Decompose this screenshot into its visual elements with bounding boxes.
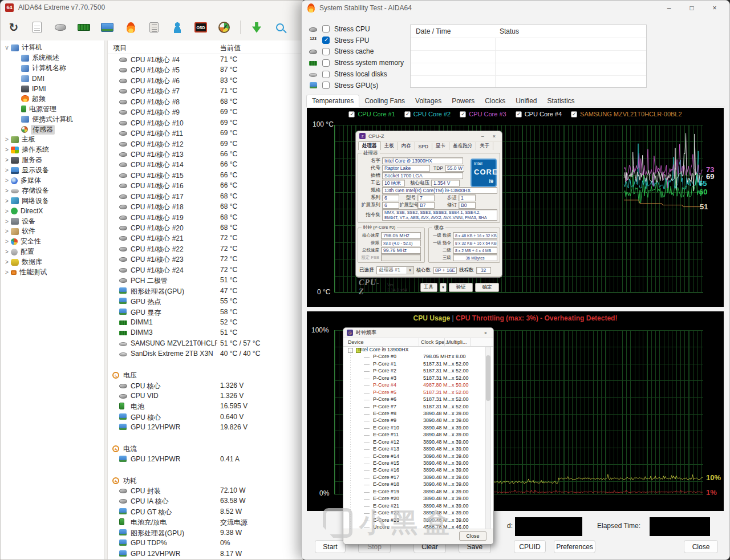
- clock-row[interactable]: E-Core #163890.48 M...x 39.00: [343, 467, 485, 474]
- checkbox-cache[interactable]: [322, 48, 330, 55]
- scrollbar-thumb[interactable]: [486, 355, 490, 401]
- table-row[interactable]: CPU #1/核心 #1666 °C: [108, 180, 304, 190]
- clock-row[interactable]: E-Core #143890.48 M...x 39.00: [343, 453, 485, 460]
- tools-button[interactable]: 工具: [420, 283, 437, 292]
- processor-select[interactable]: 处理器 #1▼: [376, 266, 414, 274]
- clock-row[interactable]: E-Core #223890.48 M...x 39.00: [343, 510, 485, 517]
- table-row[interactable]: CPU #1/核心 #1069 °C: [108, 117, 304, 128]
- legend-item[interactable]: SAMSUNG MZVL21T0HCLR-00BL2: [571, 111, 682, 117]
- cpuz-tab-2[interactable]: 内存: [398, 142, 415, 150]
- tree-item-multimedia[interactable]: >多媒体: [1, 176, 104, 186]
- table-row[interactable]: CPU IA 核心63.58 W: [108, 496, 304, 506]
- cpuid-button[interactable]: CPUID: [514, 540, 546, 553]
- chevron-icon[interactable]: >: [3, 188, 11, 194]
- clock-close-button[interactable]: Close: [459, 531, 486, 541]
- tools-dropdown-button[interactable]: ▼: [440, 283, 447, 292]
- table-row[interactable]: CPU #1/核心 #2472 °C: [108, 265, 304, 275]
- preferences-button[interactable]: Preferences: [554, 540, 595, 553]
- chevron-icon[interactable]: >: [3, 228, 11, 234]
- tree-item-computer-name[interactable]: 计算机名称: [1, 63, 104, 74]
- tree-item-power-management[interactable]: 电源管理: [1, 104, 104, 114]
- sensor-group-header[interactable]: ϟ电流: [108, 443, 304, 453]
- checkbox-fpu[interactable]: [322, 36, 330, 44]
- report-icon[interactable]: [30, 20, 44, 35]
- cpuz-tab-4[interactable]: 显卡: [432, 142, 449, 150]
- table-row[interactable]: GPU 显存58 °C: [108, 307, 304, 317]
- table-row[interactable]: CPU #1/核心 #1566 °C: [108, 170, 304, 180]
- osd-icon[interactable]: OSD: [193, 20, 208, 35]
- chevron-icon[interactable]: >: [3, 269, 11, 275]
- tab-temperatures[interactable]: Temperatures: [306, 95, 359, 107]
- tab-statistics[interactable]: Statistics: [542, 95, 580, 107]
- stress-option-cpu[interactable]: Stress CPU: [309, 23, 408, 35]
- table-row[interactable]: CPU #1/核心 #1366 °C: [108, 149, 304, 159]
- sensor-group-header[interactable]: ϟ功耗: [108, 475, 304, 485]
- legend-item[interactable]: CPU Core #1: [348, 111, 395, 117]
- tree-item-security[interactable]: >安全性: [1, 237, 104, 247]
- chevron-icon[interactable]: >: [3, 238, 11, 245]
- table-row[interactable]: CPU #1/核心 #1269 °C: [108, 139, 304, 149]
- clock-row[interactable]: E-Core #213890.48 M...x 39.00: [343, 503, 485, 510]
- table-row[interactable]: CPU #1/核心 #683 °C: [108, 75, 304, 86]
- chevron-icon[interactable]: >: [3, 208, 11, 214]
- table-row[interactable]: CPU #1/核心 #1466 °C: [108, 159, 304, 169]
- clock-row[interactable]: E-Core #233890.48 M...x 39.00: [343, 517, 485, 524]
- table-row[interactable]: CPU #1/核心 #2172 °C: [108, 233, 304, 243]
- stress-option-fpu[interactable]: 123Stress FPU: [309, 35, 408, 46]
- table-row[interactable]: CPU 核心1.326 V: [108, 380, 304, 391]
- checkbox-disks[interactable]: [322, 71, 330, 78]
- chevron-icon[interactable]: >: [3, 259, 11, 265]
- table-row[interactable]: DIMM152 °C: [108, 317, 304, 327]
- close-button[interactable]: ×: [481, 330, 490, 336]
- close-button[interactable]: ×: [490, 133, 498, 139]
- column-multiplier[interactable]: Multipli...: [447, 339, 467, 345]
- tree-item-directx[interactable]: >DirectX: [1, 206, 104, 216]
- tree-item-database[interactable]: >数据库: [1, 257, 104, 267]
- tree-item-ipmi[interactable]: IPMI: [1, 84, 104, 94]
- legend-checkbox[interactable]: [571, 111, 577, 117]
- clock-row[interactable]: E-Core #83890.48 M...x 39.00: [343, 411, 485, 417]
- chevron-icon[interactable]: v: [3, 44, 11, 51]
- cpuz-tab-0[interactable]: 处理器: [358, 141, 381, 150]
- close-button[interactable]: Close: [684, 540, 718, 553]
- column-status[interactable]: Status: [500, 27, 519, 35]
- chevron-icon[interactable]: >: [3, 157, 11, 163]
- table-row[interactable]: SanDisk Extreme 2TB X3N40 °C / 40 °C: [108, 348, 304, 359]
- table-row[interactable]: CPU #1/核心 #1169 °C: [108, 128, 304, 138]
- table-row[interactable]: DIMM351 °C: [108, 327, 304, 338]
- tree-item-portable-computer[interactable]: 便携式计算机: [1, 114, 104, 124]
- checkbox-cpu[interactable]: [322, 25, 330, 33]
- clock-row[interactable]: P-Core #15187.31 M...x 52.00: [343, 361, 485, 368]
- minimize-button[interactable]: –: [478, 133, 487, 139]
- clock-row[interactable]: E-Core #93890.48 M...x 39.00: [343, 417, 485, 424]
- scrollbar[interactable]: [485, 347, 491, 529]
- tab-clocks[interactable]: Clocks: [480, 95, 510, 107]
- tree-item-motherboard[interactable]: >主板: [1, 135, 104, 145]
- column-device[interactable]: Device: [348, 339, 364, 345]
- table-row[interactable]: CPU #1/核心 #2272 °C: [108, 244, 304, 254]
- stress-option-memory[interactable]: Stress system memory: [309, 57, 408, 68]
- clock-row[interactable]: E-Core #153890.48 M...x 39.00: [343, 460, 485, 467]
- table-row[interactable]: 图形处理器(GPU)9.38 W: [108, 527, 304, 538]
- sst-titlebar[interactable]: System Stability Test - AIDA64 – □ ×: [302, 1, 729, 15]
- tab-powers[interactable]: Powers: [447, 95, 480, 107]
- clock-row[interactable]: P-Core #55187.31 M...x 52.00: [343, 389, 485, 396]
- gpu-icon[interactable]: [100, 20, 115, 35]
- cpuz-tab-1[interactable]: 主板: [381, 142, 398, 150]
- table-row[interactable]: GPU TDP%0%: [108, 538, 304, 548]
- table-row[interactable]: 电池充/放电交流电源: [108, 517, 304, 527]
- clock-row[interactable]: E-Core #133890.48 M...x 39.00: [343, 446, 485, 453]
- tab-cooling-fans[interactable]: Cooling Fans: [359, 95, 410, 107]
- tree-item-computer[interactable]: v计算机: [1, 43, 104, 53]
- tree-item-devices[interactable]: >设备: [1, 216, 104, 226]
- table-row[interactable]: CPU #1/核心 #587 °C: [108, 64, 304, 75]
- tree-item-operating-system[interactable]: >操作系统: [1, 145, 104, 155]
- clock-row[interactable]: P-Core #65187.31 M...x 52.00: [343, 396, 485, 403]
- chevron-icon[interactable]: >: [3, 218, 11, 225]
- legend-checkbox[interactable]: [460, 111, 466, 117]
- clock-titlebar[interactable]: ◷ 时钟频率 ×: [343, 328, 493, 338]
- start-button[interactable]: Start: [315, 540, 346, 553]
- tree-item-storage-devices[interactable]: >存储设备: [1, 185, 104, 196]
- chevron-icon[interactable]: >: [3, 147, 11, 153]
- tree-item-system-summary[interactable]: 系统概述: [1, 53, 104, 63]
